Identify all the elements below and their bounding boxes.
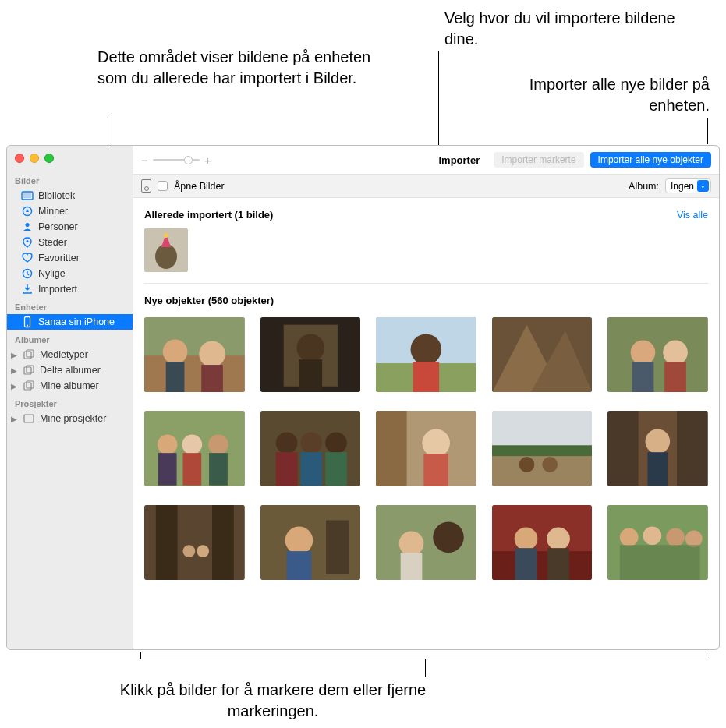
leader-line (710, 652, 710, 659)
zoom-slider-track[interactable] (153, 159, 200, 161)
callout-album-dest: Velg hvor du vil importere bildene dine. (444, 8, 694, 50)
minimize-window-button[interactable] (30, 154, 39, 163)
svg-point-7 (27, 325, 28, 327)
svg-rect-54 (325, 453, 347, 486)
svg-point-72 (197, 545, 209, 557)
svg-rect-20 (144, 355, 245, 392)
sidebar-item-importert[interactable]: Importert (7, 281, 133, 297)
svg-point-37 (631, 340, 656, 365)
svg-rect-32 (413, 362, 440, 392)
svg-point-91 (685, 530, 703, 547)
main-area: − + Importer Importer markerte Importer … (133, 146, 719, 649)
sidebar-item-bibliotek[interactable]: Bibliotek (7, 188, 133, 203)
svg-rect-56 (376, 411, 407, 486)
sidebar-item-steder[interactable]: Steder (7, 235, 133, 250)
photo-thumbnail[interactable] (492, 317, 593, 392)
import-selected-button[interactable]: Importer markerte (494, 152, 583, 168)
svg-point-57 (423, 429, 451, 458)
leader-line (425, 659, 426, 677)
import-subbar: Åpne Bilder Album: Ingen ⌄ (133, 175, 719, 198)
album-icon (23, 349, 35, 360)
maximize-window-button[interactable] (44, 154, 54, 163)
photo-thumbnail[interactable] (260, 317, 361, 392)
photo-thumbnail[interactable] (492, 505, 593, 580)
sidebar: Bilder Bibliotek Minner Personer Steder … (7, 146, 133, 649)
svg-point-44 (208, 435, 228, 455)
sidebar-item-medietyper[interactable]: ▶ Medietyper (7, 347, 133, 362)
zoom-slider-thumb[interactable] (184, 156, 193, 164)
chevron-right-icon: ▶ (10, 382, 18, 391)
svg-point-3 (26, 223, 30, 227)
svg-rect-40 (665, 362, 687, 392)
svg-point-62 (519, 458, 534, 473)
photo-thumbnail[interactable] (260, 411, 361, 486)
photo-thumbnail[interactable] (376, 505, 476, 580)
photo-thumbnail[interactable] (376, 317, 476, 392)
photo-thumbnail[interactable] (492, 411, 593, 486)
photo-thumbnail[interactable] (607, 317, 708, 392)
show-all-link[interactable]: Vis alle (677, 210, 708, 221)
album-select[interactable]: Ingen ⌄ (665, 178, 711, 193)
sidebar-label: Personer (38, 221, 78, 232)
photo-thumbnail[interactable] (376, 411, 476, 486)
svg-rect-13 (27, 381, 34, 388)
sidebar-item-minner[interactable]: Minner (7, 203, 133, 219)
svg-rect-36 (607, 317, 708, 392)
svg-point-31 (411, 334, 442, 366)
svg-point-79 (433, 521, 464, 553)
chevron-updown-icon: ⌄ (697, 180, 709, 192)
photo-thumbnail[interactable] (144, 505, 245, 580)
svg-rect-85 (515, 548, 537, 580)
library-icon (21, 190, 34, 201)
photo-thumbnail[interactable] (607, 411, 708, 486)
sidebar-section-bilder: Bilder (7, 171, 133, 188)
zoom-control[interactable]: − + (141, 154, 211, 167)
sidebar-label: Favoritter (38, 253, 80, 263)
chevron-right-icon: ▶ (10, 415, 18, 423)
sidebar-label: Steder (38, 237, 67, 248)
sidebar-item-personer[interactable]: Personer (7, 219, 133, 235)
svg-point-66 (646, 429, 671, 454)
svg-rect-70 (212, 505, 234, 580)
sidebar-item-device-iphone[interactable]: Sanaa sin iPhone (7, 314, 133, 330)
photo-thumbnail[interactable] (144, 317, 245, 392)
svg-point-22 (199, 341, 225, 367)
toolbar: − + Importer Importer markerte Importer … (133, 146, 719, 175)
content-scroll[interactable]: Allerede importert (1 bilde) Vis alle Ny… (133, 198, 719, 649)
close-window-button[interactable] (15, 154, 24, 163)
svg-rect-39 (632, 362, 654, 392)
chevron-right-icon: ▶ (10, 366, 18, 375)
sidebar-item-nylige[interactable]: Nylige (7, 266, 133, 281)
import-all-new-button[interactable]: Importer alle nye objekter (590, 152, 711, 168)
svg-rect-1 (23, 193, 31, 198)
photo-thumbnail[interactable] (260, 505, 361, 580)
sidebar-item-delte-albumer[interactable]: ▶ Delte albumer (7, 362, 133, 378)
zoom-minus-icon: − (141, 154, 148, 167)
sidebar-item-favoritter[interactable]: Favoritter (7, 250, 133, 266)
sidebar-label: Mine prosjekter (40, 413, 106, 424)
photo-thumbnail[interactable] (144, 411, 245, 486)
sidebar-item-mine-prosjekter[interactable]: ▶ Mine prosjekter (7, 411, 133, 426)
places-icon (21, 237, 34, 248)
svg-point-78 (399, 531, 424, 556)
divider (144, 283, 708, 284)
svg-point-4 (27, 240, 29, 242)
zoom-plus-icon: + (204, 154, 211, 167)
svg-rect-14 (24, 415, 34, 422)
sidebar-section-enheter: Enheter (7, 297, 133, 314)
svg-point-84 (547, 527, 570, 550)
imported-thumbnail[interactable] (144, 228, 188, 272)
svg-rect-61 (492, 446, 593, 457)
new-items-heading: Nye objekter (560 objekter) (144, 295, 708, 306)
chevron-right-icon: ▶ (10, 351, 18, 359)
open-photos-checkbox[interactable] (158, 181, 168, 191)
svg-rect-75 (286, 551, 311, 580)
svg-rect-67 (648, 453, 668, 486)
svg-point-43 (182, 435, 202, 455)
sidebar-section-albumer: Albumer (7, 330, 133, 347)
svg-point-49 (275, 433, 297, 454)
photo-thumbnail[interactable] (607, 505, 708, 580)
sidebar-item-mine-albumer[interactable]: ▶ Mine albumer (7, 378, 133, 394)
leader-line (140, 652, 141, 659)
window-controls (7, 150, 133, 171)
